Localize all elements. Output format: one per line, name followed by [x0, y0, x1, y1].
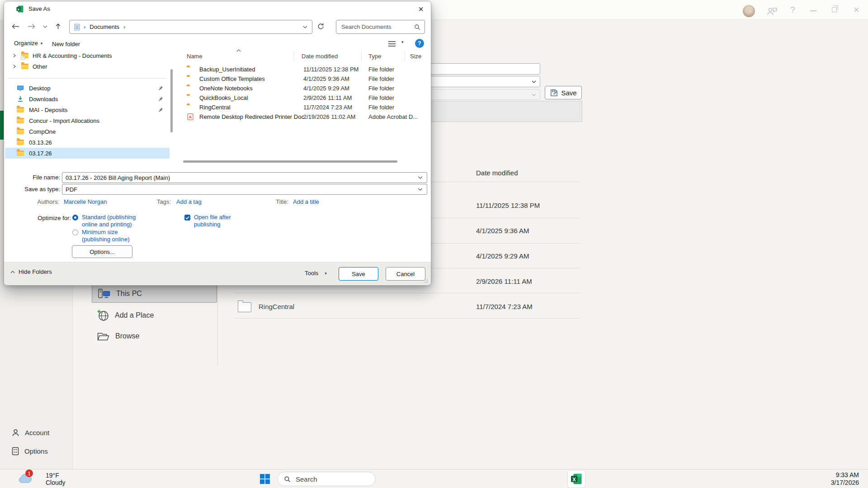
nav-this-pc[interactable]: This PC — [92, 285, 217, 303]
col-divider[interactable] — [361, 51, 362, 62]
sort-ascending-icon — [236, 49, 241, 52]
tree-item-label: Downloads — [29, 96, 58, 103]
dialog-titlebar[interactable]: x Save As × — [4, 1, 431, 17]
chevron-down-icon[interactable] — [418, 188, 423, 191]
search-placeholder: Search Documents — [341, 23, 392, 30]
help-icon[interactable]: ? — [790, 5, 795, 15]
breadcrumb-chevron-down-icon[interactable] — [303, 26, 307, 28]
file-row[interactable]: Backup_UserInitiated 11/11/2025 12:38 PM… — [179, 65, 431, 74]
col-divider[interactable] — [405, 51, 405, 62]
window-close-icon[interactable]: × — [854, 4, 859, 16]
new-folder-button[interactable]: New folder — [52, 40, 80, 48]
breadcrumb-sep: › — [123, 23, 125, 30]
tree-item-label: MAI - Deposits — [29, 107, 67, 113]
resize-grip[interactable] — [424, 279, 428, 283]
tree-item-desktop[interactable]: Desktop — [5, 83, 170, 94]
radio-standard[interactable] — [72, 215, 78, 221]
backstage-date-header[interactable]: Date modified — [476, 169, 518, 177]
file-name-input[interactable]: 03.17.26 - 2026 Bill Aging Report (Main) — [62, 172, 427, 183]
backstage-filename-input[interactable] — [425, 63, 540, 75]
tree-item-031326[interactable]: 03.13.26 — [5, 137, 170, 148]
tree-item-031726-selected[interactable]: 03.17.26 — [5, 148, 170, 159]
tree-item-label: 03.13.26 — [29, 139, 52, 146]
backstage-filetype-dropdown[interactable] — [425, 76, 540, 87]
col-type[interactable]: Type — [368, 53, 381, 60]
folder-icon — [17, 140, 24, 145]
backstage-ringcentral-row[interactable]: RingCentral 11/7/2024 7:23 AM — [234, 296, 580, 318]
restore-icon[interactable] — [832, 7, 837, 12]
organize-menu[interactable]: Organize ▾ — [14, 40, 42, 47]
radio-minimum-label[interactable]: Minimum size (publishing online) — [82, 229, 139, 243]
back-icon[interactable] — [12, 23, 19, 29]
excel-active-tile[interactable]: X — [567, 470, 585, 488]
options-button[interactable]: Options... — [72, 245, 132, 258]
cancel-button[interactable]: Cancel — [386, 267, 425, 281]
breadcrumb[interactable]: › Documents › — [69, 20, 312, 34]
tree-item-mai-deposits[interactable]: MAI - Deposits — [5, 104, 170, 115]
authors-value[interactable]: Marcelle Norgan — [64, 198, 107, 205]
weather-widget[interactable]: 1 19°F Cloudy — [14, 469, 90, 488]
desktop-icon — [17, 85, 24, 91]
taskbar: 1 19°F Cloudy Search T C O — [0, 469, 868, 488]
view-caret-icon[interactable]: ▾ — [401, 40, 404, 44]
tree-item-concur[interactable]: Concur - Import Allocations — [5, 115, 170, 126]
hide-folders-label: Hide Folders — [19, 268, 52, 275]
view-list-icon[interactable] — [388, 41, 396, 47]
search-box[interactable]: Search Documents — [336, 20, 425, 34]
title-value[interactable]: Add a title — [293, 198, 319, 205]
tools-menu[interactable]: Tools ▾ — [305, 270, 327, 277]
tree-group-other[interactable]: Other — [5, 61, 170, 72]
forward-icon[interactable] — [28, 23, 35, 29]
col-size[interactable]: Size — [410, 53, 421, 60]
chevron-right-icon[interactable] — [12, 53, 17, 58]
backstage-save-label: Save — [561, 89, 576, 97]
dialog-close-button[interactable]: × — [411, 1, 431, 16]
save-as-type-dropdown[interactable]: PDF — [62, 184, 427, 195]
recent-locations-chevron-icon[interactable] — [43, 25, 47, 28]
file-row[interactable]: A Remote Desktop Redirected Printer Doc … — [179, 112, 431, 122]
backstage-row-date: 4/1/2025 9:36 AM — [476, 227, 529, 235]
start-button[interactable] — [260, 474, 270, 484]
nav-browse[interactable]: Browse — [92, 328, 216, 344]
screen: { "glyphs": {"sep":"›","caret":"▾","clos… — [0, 0, 868, 488]
search-pill[interactable]: Search — [277, 472, 376, 486]
checkbox-open-after-publishing[interactable] — [184, 215, 190, 221]
col-divider[interactable] — [293, 51, 294, 62]
up-icon[interactable] — [55, 23, 61, 30]
radio-minimum[interactable] — [72, 230, 78, 235]
col-date-modified[interactable]: Date modified — [302, 53, 338, 60]
restore-icon-back — [833, 5, 838, 10]
browse-folder-icon — [97, 331, 109, 341]
chevron-down-icon[interactable] — [418, 176, 423, 179]
file-row[interactable]: RingCentral 11/7/2024 7:23 AM File folde… — [179, 103, 431, 112]
sidebar-item-account[interactable]: Account — [0, 427, 72, 438]
tree-item-compone[interactable]: CompOne — [5, 126, 170, 137]
feedback-icon[interactable] — [766, 6, 778, 18]
tree-scrollbar[interactable] — [170, 69, 173, 132]
file-row[interactable]: Custom Office Templates 4/1/2025 9:36 AM… — [179, 74, 431, 84]
tree-group-hr-accounting[interactable]: ↗ HR & Accounting - Documents — [5, 50, 170, 61]
file-type: File folder — [368, 85, 394, 92]
col-name[interactable]: Name — [187, 53, 203, 60]
save-button[interactable]: Save — [339, 267, 378, 281]
sidebar-item-options[interactable]: Options — [0, 445, 72, 457]
taskbar-clock[interactable]: 9:33 AM 3/17/2026 — [796, 471, 859, 487]
breadcrumb-item-documents[interactable]: Documents — [90, 23, 119, 30]
minimize-icon[interactable] — [810, 10, 816, 11]
radio-standard-label[interactable]: Standard (publishing online and printing… — [82, 214, 142, 228]
refresh-icon[interactable] — [317, 23, 324, 30]
hide-folders-button[interactable]: Hide Folders — [10, 268, 52, 275]
tree-item-downloads[interactable]: Downloads — [5, 94, 170, 104]
file-row[interactable]: QuickBooks_Local 2/9/2026 11:11 AM File … — [179, 93, 431, 103]
chevron-right-icon[interactable] — [12, 64, 17, 69]
list-horizontal-scrollbar[interactable] — [183, 160, 397, 163]
avatar[interactable] — [743, 5, 755, 17]
help-button[interactable]: ? — [415, 39, 424, 48]
nav-add-a-place[interactable]: Add a Place — [92, 307, 216, 324]
optimize-for-label: Optimize for: — [22, 215, 71, 221]
tags-value[interactable]: Add a tag — [176, 198, 202, 205]
checkbox-open-after-label[interactable]: Open file after publishing — [194, 214, 245, 228]
tree-item-label: Desktop — [29, 85, 51, 92]
file-row[interactable]: OneNote Notebooks 4/1/2025 9:29 AM File … — [179, 84, 431, 93]
backstage-save-button[interactable]: Save — [545, 86, 582, 99]
